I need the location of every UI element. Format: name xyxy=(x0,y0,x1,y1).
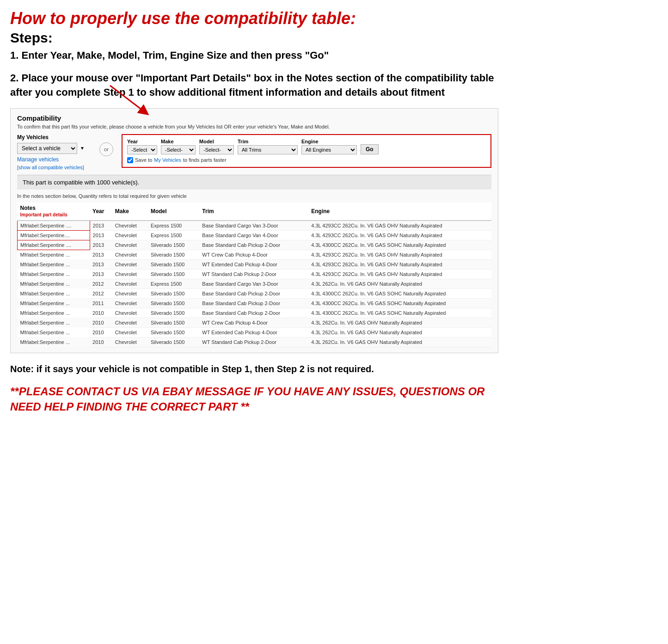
table-row: Mfrlabel:Serpentine ....2013ChevroletExp… xyxy=(18,221,492,231)
make-cell: Chevrolet xyxy=(112,327,148,337)
trim-cell: Base Standard Cab Pickup 2-Door xyxy=(199,288,308,298)
notes-col-label: Notes xyxy=(20,205,36,211)
model-header: Model xyxy=(148,202,199,221)
model-cell: Silverado 1500 xyxy=(148,298,199,308)
or-divider: or xyxy=(99,142,113,156)
notes-cell: Mfrlabel:Serpentine ... xyxy=(18,259,90,269)
notes-cell: Mfrlabel:Serpentine ... xyxy=(18,337,90,347)
ymm-section: Year -Select- Make -Select- Model -Selec… xyxy=(122,134,491,168)
model-field: Model -Select- xyxy=(199,139,234,154)
compatibility-section: Compatibility To confirm that this part … xyxy=(10,108,498,353)
table-row: Mfrlabel:Serpentine ...2010ChevroletSilv… xyxy=(18,308,492,318)
engine-cell: 4.3L 4293CC 262Cu. In. V6 GAS OHV Natura… xyxy=(308,221,491,231)
year-select[interactable]: -Select- xyxy=(127,145,157,154)
engine-cell: 4.3L 4293CC 262Cu. In. V6 GAS OHV Natura… xyxy=(308,250,491,259)
notes-cell: Mfrlabel:Serpentine ... xyxy=(18,279,90,288)
step1-text: 1. Enter Year, Make, Model, Trim, Engine… xyxy=(10,49,498,63)
year-cell: 2013 xyxy=(90,259,112,269)
notes-cell: Mfrlabel:Serpentine ... xyxy=(18,318,90,327)
trim-cell: WT Standard Cab Pickup 2-Door xyxy=(199,269,308,279)
steps-heading: Steps: xyxy=(10,30,498,46)
trim-header: Trim xyxy=(199,202,308,221)
make-cell: Chevrolet xyxy=(112,269,148,279)
trim-cell: Base Standard Cab Pickup 2-Door xyxy=(199,308,308,318)
year-cell: 2011 xyxy=(90,298,112,308)
show-all-link[interactable]: [show all compatible vehicles] xyxy=(17,165,91,170)
trim-cell: WT Crew Cab Pickup 4-Door xyxy=(199,250,308,259)
my-vehicles-save-link[interactable]: My Vehicles xyxy=(154,157,181,163)
year-cell: 2012 xyxy=(90,288,112,298)
trim-cell: Base Standard Cargo Van 4-Door xyxy=(199,230,308,240)
engine-field: Engine All Engines xyxy=(301,139,357,154)
compatibility-table: Notes Important part details Year Make M… xyxy=(17,202,491,347)
main-title: How to properly use the compatibility ta… xyxy=(10,8,498,28)
vehicle-select[interactable]: Select a vehicle xyxy=(17,143,77,154)
step2-text: 2. Place your mouse over "Important Part… xyxy=(10,71,498,100)
save-text: Save to xyxy=(135,157,152,163)
model-label: Model xyxy=(199,139,234,144)
manage-vehicles-link[interactable]: Manage vehicles xyxy=(17,156,91,163)
table-row: Mfrlabel:Serpentine ...2010ChevroletSilv… xyxy=(18,337,492,347)
save-checkbox[interactable] xyxy=(127,157,133,163)
make-select[interactable]: -Select- xyxy=(161,145,196,154)
year-cell: 2013 xyxy=(90,269,112,279)
trim-field: Trim All Trims xyxy=(238,139,298,154)
model-cell: Silverado 1500 xyxy=(148,240,199,250)
notes-cell: Mfrlabel:Serpentine .... xyxy=(18,240,90,250)
model-select[interactable]: -Select- xyxy=(199,145,234,154)
go-button[interactable]: Go xyxy=(361,144,379,154)
make-cell: Chevrolet xyxy=(112,337,148,347)
notes-cell: Mfrlabel:Serpentine ... xyxy=(18,250,90,259)
table-row: Mfrlabel:Serpentine ...2010ChevroletSilv… xyxy=(18,318,492,327)
model-cell: Silverado 1500 xyxy=(148,288,199,298)
notes-cell: Mfrlabel:Serpentine.... xyxy=(18,230,90,240)
trim-cell: Base Standard Cargo Van 3-Door xyxy=(199,279,308,288)
year-header: Year xyxy=(90,202,112,221)
make-cell: Chevrolet xyxy=(112,240,148,250)
table-row: Mfrlabel:Serpentine ...2012ChevroletExpr… xyxy=(18,279,492,288)
notes-cell: Mfrlabel:Serpentine ... xyxy=(18,308,90,318)
make-cell: Chevrolet xyxy=(112,298,148,308)
trim-label: Trim xyxy=(238,139,298,144)
compatible-banner: This part is compatible with 1000 vehicl… xyxy=(17,175,491,190)
trim-select[interactable]: All Trims xyxy=(238,145,298,154)
engine-cell: 4.3L 4300CC 262Cu. In. V6 GAS SOHC Natur… xyxy=(308,240,491,250)
notes-cell: Mfrlabel:Serpentine ... xyxy=(18,288,90,298)
year-cell: 2012 xyxy=(90,279,112,288)
model-cell: Silverado 1500 xyxy=(148,250,199,259)
trim-cell: WT Crew Cab Pickup 4-Door xyxy=(199,318,308,327)
engine-label: Engine xyxy=(301,139,357,144)
table-row: Mfrlabel:Serpentine ....2013ChevroletSil… xyxy=(18,240,492,250)
engine-cell: 4.3L 262Cu. In. V6 GAS OHV Naturally Asp… xyxy=(308,318,491,327)
make-cell: Chevrolet xyxy=(112,221,148,231)
year-cell: 2010 xyxy=(90,308,112,318)
engine-cell: 4.3L 4293CC 262Cu. In. V6 GAS OHV Natura… xyxy=(308,259,491,269)
make-label: Make xyxy=(161,139,196,144)
save-suffix: to finds parts faster xyxy=(183,157,227,163)
year-cell: 2010 xyxy=(90,337,112,347)
engine-select[interactable]: All Engines xyxy=(301,145,357,154)
make-cell: Chevrolet xyxy=(112,230,148,240)
year-cell: 2013 xyxy=(90,240,112,250)
year-field: Year -Select- xyxy=(127,139,157,154)
year-cell: 2013 xyxy=(90,230,112,240)
trim-cell: Base Standard Cab Pickup 2-Door xyxy=(199,240,308,250)
model-cell: Silverado 1500 xyxy=(148,318,199,327)
year-label: Year xyxy=(127,139,157,144)
year-cell: 2013 xyxy=(90,221,112,231)
make-field: Make -Select- xyxy=(161,139,196,154)
model-cell: Silverado 1500 xyxy=(148,327,199,337)
model-cell: Express 1500 xyxy=(148,230,199,240)
make-cell: Chevrolet xyxy=(112,318,148,327)
trim-cell: WT Standard Cab Pickup 2-Door xyxy=(199,337,308,347)
table-row: Mfrlabel:Serpentine ...2013ChevroletSilv… xyxy=(18,259,492,269)
table-row: Mfrlabel:Serpentine ...2013ChevroletSilv… xyxy=(18,269,492,279)
engine-header: Engine xyxy=(308,202,491,221)
make-cell: Chevrolet xyxy=(112,308,148,318)
model-cell: Silverado 1500 xyxy=(148,259,199,269)
make-cell: Chevrolet xyxy=(112,259,148,269)
engine-cell: 4.3L 4293CC 262Cu. In. V6 GAS OHV Natura… xyxy=(308,269,491,279)
engine-cell: 4.3L 262Cu. In. V6 GAS OHV Naturally Asp… xyxy=(308,337,491,347)
year-cell: 2013 xyxy=(90,250,112,259)
make-header: Make xyxy=(112,202,148,221)
